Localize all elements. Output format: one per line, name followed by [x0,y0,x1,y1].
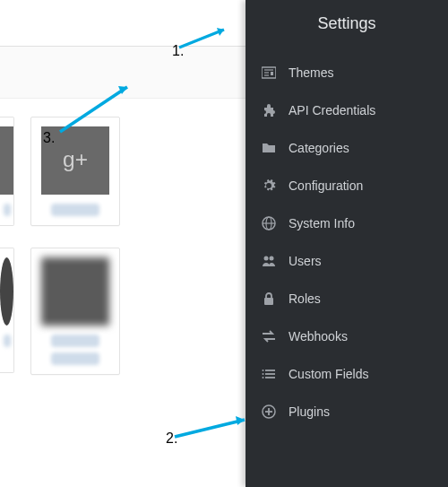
svg-marker-27 [236,416,245,425]
plugin-label-blur [51,204,100,216]
plugin-card-openstack[interactable] [30,248,120,375]
sidebar-item-label: Users [289,254,322,268]
sidebar-item-api-credentials[interactable]: API Credentials [246,91,448,129]
sidebar-item-label: Custom Fields [289,367,368,381]
sidebar-item-custom-fields[interactable]: Custom Fields [246,355,448,393]
svg-rect-4 [271,72,273,75]
plugin-card-edge[interactable] [0,117,14,226]
openstack-icon [41,257,109,326]
svg-text:g+: g+ [63,147,88,171]
gear-icon [262,178,276,193]
sidebar-item-label: Plugins [289,404,330,419]
newspaper-icon [262,65,276,80]
sidebar-item-users[interactable]: Users [246,242,448,280]
sidebar-item-categories[interactable]: Categories [246,129,448,167]
svg-point-9 [270,257,274,261]
plugin-label-blur [4,204,11,216]
puzzle-icon [262,103,276,117]
svg-point-16 [263,377,264,378]
settings-sidebar: Settings Themes API Credentials Categori… [246,0,448,487]
sidebar-item-label: Categories [289,141,349,155]
lock-icon [262,291,276,306]
plugin-card-edge[interactable] [0,248,14,373]
folder-icon [262,141,276,155]
users-icon [262,254,276,268]
plugin-label-blur [51,335,100,347]
sidebar-item-system-info[interactable]: System Info [246,204,448,242]
annotation-2: 2. [166,430,177,447]
sidebar-item-label: Configuration [289,178,363,193]
sidebar-item-label: API Credentials [289,103,375,117]
globe-icon [262,216,276,230]
sidebar-item-themes[interactable]: Themes [246,54,448,91]
sidebar-item-label: System Info [289,216,355,230]
sidebar-item-label: Roles [289,291,321,306]
sidebar-item-label: Themes [289,65,334,80]
svg-point-8 [264,257,269,261]
svg-point-15 [263,373,264,375]
plugin-label-blur [51,352,100,365]
plugin-image [0,126,13,195]
svg-line-26 [175,420,245,437]
sidebar-title: Settings [246,0,448,47]
svg-rect-10 [264,298,273,305]
sidebar-list: Themes API Credentials Categories Config… [246,47,448,430]
sidebar-item-label: Webhooks [289,329,348,344]
list-icon [262,367,276,381]
sidebar-item-roles[interactable]: Roles [246,280,448,317]
sidebar-item-webhooks[interactable]: Webhooks [246,317,448,355]
google-plus-icon: g+ [41,126,109,195]
exchange-icon [262,329,276,344]
svg-point-14 [263,370,264,371]
plus-circle-icon [262,404,276,419]
plugin-card-google-plus[interactable]: g+ [30,117,120,226]
sidebar-item-plugins[interactable]: Plugins [246,393,448,430]
sidebar-item-configuration[interactable]: Configuration [246,167,448,204]
plugin-label-blur [4,335,11,347]
plugin-image [0,257,13,326]
